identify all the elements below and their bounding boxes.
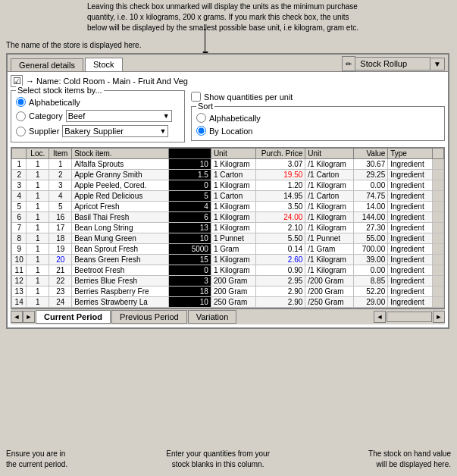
cell-loc: 1 [27,212,49,223]
table-row[interactable]: 3 1 3 Apple Peeled, Cored. 0 1 Kilogram … [12,180,444,191]
tab-stock[interactable]: Stock [85,58,123,71]
bottom-scrollbar: ◄ ► [374,311,445,323]
cell-qty[interactable]: 10 [169,297,211,308]
cell-item: 16 [49,212,72,223]
cell-loc: 1 [27,287,49,297]
cell-num: 12 [12,276,27,287]
cell-value: 14.00 [354,202,388,212]
table-row[interactable]: 5 1 5 Apricot Fresh 4 1 Kilogram 3.50 /1… [12,202,444,212]
cell-type: Ingredient [388,255,433,265]
cell-name: Apple Red Delicious [72,191,169,202]
radio-category-input[interactable] [16,111,26,121]
tabs-row: General details Stock ✏ Stock Rollup ▼ [8,55,448,71]
table-row[interactable]: 9 1 19 Bean Sprout Fresh 5000 1 Gram 0.1… [12,244,444,255]
cell-unit2: /1 Gram [305,244,354,255]
cell-unit2: /1 Carton [305,170,354,180]
cell-unit: 1 Kilogram [211,265,255,276]
cell-qty[interactable]: 13 [169,223,211,233]
supplier-dropdown[interactable]: Bakery Supplier ▼ [62,125,168,137]
cell-num: 2 [12,170,27,180]
rollup-button[interactable]: Stock Rollup [355,57,430,70]
cell-price: 0.14 [255,244,305,255]
table-row[interactable]: 12 1 22 Berries Blue Fresh 3 200 Gram 2.… [12,276,444,287]
show-qty-checkbox[interactable] [191,92,201,102]
sort-alpha-radio[interactable] [196,113,206,123]
scroll-left-btn[interactable]: ◄ [11,311,23,323]
cell-price: 24.00 [255,212,305,223]
cell-price: 2.95 [255,276,305,287]
sort-location-radio[interactable] [196,126,206,136]
cell-scroll [432,159,443,170]
category-row: Category Beef ▼ [16,110,180,122]
cell-qty[interactable]: 0 [169,180,211,191]
cell-num: 10 [12,255,27,265]
table-row[interactable]: 10 1 20 Beans Green Fresh 15 1 Kilogram … [12,255,444,265]
cell-type: Ingredient [388,233,433,244]
cell-qty[interactable]: 18 [169,287,211,297]
cell-qty[interactable]: 5 [169,191,211,202]
cell-type: Ingredient [388,244,433,255]
table-row[interactable]: 2 1 2 Apple Granny Smith 1.5 1 Carton 19… [12,170,444,180]
cell-qty[interactable]: 10 [169,159,211,170]
tab-current-period[interactable]: Current Period [36,310,111,324]
radio-supplier-input[interactable] [16,127,26,136]
cell-num: 7 [12,223,27,233]
cell-num: 11 [12,265,27,276]
scroll-right-btn[interactable]: ► [23,311,35,323]
cell-qty[interactable]: 5000 [169,244,211,255]
th-name: Stock item. [72,149,169,159]
cell-item: 19 [49,244,72,255]
table-row[interactable]: 7 1 17 Bean Long String 13 1 Kilogram 2.… [12,223,444,233]
cell-value: 30.67 [354,159,388,170]
th-unit: Unit [211,149,255,159]
cell-qty[interactable]: 15 [169,255,211,265]
cell-loc: 1 [27,276,49,287]
cell-name: Apple Granny Smith [72,170,169,180]
rollup-dropdown-arrow[interactable]: ▼ [430,58,445,70]
cell-qty[interactable]: 10 [169,233,211,244]
tab-variation[interactable]: Variation [188,310,237,324]
scroll-thumb[interactable] [387,312,432,322]
cell-qty[interactable]: 1.5 [169,170,211,180]
cell-value: 27.30 [354,223,388,233]
cell-qty[interactable]: 3 [169,276,211,287]
cell-value: 55.00 [354,233,388,244]
table-row[interactable]: 4 1 4 Apple Red Delicious 5 1 Carton 14.… [12,191,444,202]
cell-qty[interactable]: 0 [169,265,211,276]
cell-unit: 1 Kilogram [211,212,255,223]
cell-name: Bean Sprout Fresh [72,244,169,255]
tab-previous-period[interactable]: Previous Period [111,310,187,324]
cell-unit: 1 Punnet [211,233,255,244]
right-controls: Show quantities per unit Sort Alphabetic… [191,90,445,147]
scroll-table-left[interactable]: ◄ [374,311,386,323]
th-item: Item [49,149,72,159]
annotation-current-period: Ensure you are in the current period. [6,449,67,470]
sort-location-label: By Location [209,127,252,136]
cell-qty[interactable]: 6 [169,212,211,223]
table-row[interactable]: 1 1 1 Alfalfa Sprouts 10 1 Kilogram 3.07… [12,159,444,170]
bottom-tabs: ◄ ► Current Period Previous Period Varia… [11,308,445,324]
cell-loc: 1 [27,255,49,265]
cell-name: Basil Thai Fresh [72,212,169,223]
cell-qty[interactable]: 4 [169,202,211,212]
scroll-table-right[interactable]: ► [433,311,445,323]
sort-location-row: By Location [196,126,440,136]
stock-table: Loc. Item Stock item. Quantity Unit Purc… [11,147,445,308]
radio-alpha-input[interactable] [16,97,26,107]
th-num [12,149,27,159]
cell-item: 20 [49,255,72,265]
cell-num: 14 [12,297,27,308]
table-row[interactable]: 13 1 23 Berries Raspberry Fre 18 200 Gra… [12,287,444,297]
cell-value: 39.00 [354,255,388,265]
cell-item: 23 [49,287,72,297]
cell-num: 1 [12,159,27,170]
category-dropdown[interactable]: Beef ▼ [66,110,172,122]
table-row[interactable]: 11 1 21 Beetroot Fresh 0 1 Kilogram 0.90… [12,265,444,276]
table-row[interactable]: 6 1 16 Basil Thai Fresh 6 1 Kilogram 24.… [12,212,444,223]
table-row[interactable]: 8 1 18 Bean Mung Green 10 1 Punnet 5.50 … [12,233,444,244]
cell-unit: 1 Kilogram [211,180,255,191]
tab-general[interactable]: General details [11,58,83,71]
table-row[interactable]: 14 1 24 Berries Strawberry La 10 250 Gra… [12,297,444,308]
cell-value: 29.00 [354,297,388,308]
cell-type: Ingredient [388,276,433,287]
